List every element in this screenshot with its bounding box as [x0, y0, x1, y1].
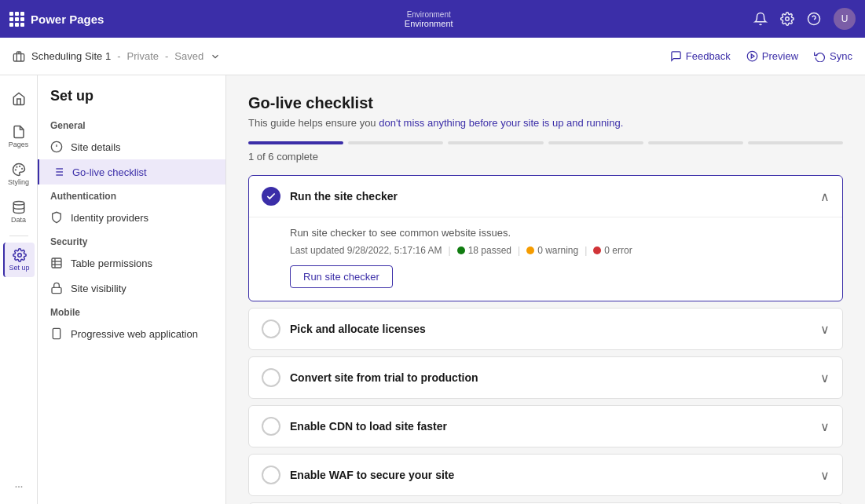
feedback-button[interactable]: Feedback — [670, 50, 731, 62]
checklist-item-pick-licenses-title: Pick and allocate licenses — [290, 323, 811, 335]
table-icon — [50, 257, 63, 269]
nav-item-table-permissions[interactable]: Table permissions — [38, 250, 225, 276]
page-title: Go-live checklist — [248, 94, 843, 112]
checklist-item-enable-waf-header[interactable]: Enable WAF to secure your site ∨ — [249, 455, 842, 495]
site-checker-passed: 18 passed — [457, 245, 511, 256]
site-info[interactable]: Scheduling Site 1 - Private - Saved — [13, 50, 221, 63]
checklist-item-convert-site-header[interactable]: Convert site from trial to production ∨ — [249, 357, 842, 398]
preview-button[interactable]: Preview — [746, 50, 798, 62]
second-bar-actions: Feedback Preview Sync — [670, 50, 852, 62]
checklist-item-enable-waf-icon — [262, 466, 280, 484]
nav-section-general: General — [38, 114, 225, 134]
chevron-up-icon: ∧ — [820, 189, 830, 204]
nav-item-progressive-web-app[interactable]: Progressive web application — [38, 321, 225, 346]
top-nav-right: U — [753, 8, 856, 30]
preview-icon — [746, 50, 758, 62]
checklist-item-enable-waf: Enable WAF to secure your site ∨ — [248, 454, 843, 496]
nav-sidebar-title: Set up — [38, 88, 225, 114]
checklist-item-site-checker-header[interactable]: Run the site checker ∧ — [249, 176, 842, 217]
page-subtitle: This guide helps ensure you don't miss a… — [248, 117, 843, 129]
mobile-icon — [50, 327, 63, 340]
setup-icon — [13, 248, 27, 262]
site-checker-meta: Last updated 9/28/2022, 5:17:16 AM | 18 … — [290, 245, 830, 256]
chevron-down-icon[interactable] — [210, 51, 221, 62]
shield-icon — [50, 211, 63, 224]
notification-button[interactable] — [753, 12, 768, 26]
nav-section-auth: Authentication — [38, 184, 225, 205]
environment-label: Environment — [407, 10, 451, 19]
run-site-checker-button[interactable]: Run site checker — [290, 265, 393, 288]
subtitle-link[interactable]: don't miss anything before your site is … — [379, 117, 623, 129]
checklist-item-site-checker-body: Run site checker to see common website i… — [249, 217, 842, 301]
chevron-down-icon-2: ∨ — [820, 322, 830, 337]
check-icon — [266, 191, 277, 202]
sidebar-item-pages[interactable]: Pages — [3, 119, 35, 154]
site-icon — [13, 50, 25, 63]
app-brand[interactable]: Power Pages — [9, 12, 104, 27]
checklist-item-enable-cdn-header[interactable]: Enable CDN to load site faster ∨ — [249, 406, 842, 447]
site-checker-error: 0 error — [593, 245, 632, 256]
question-icon — [807, 12, 821, 26]
checklist-item-site-checker-icon — [262, 187, 280, 206]
svg-rect-25 — [52, 287, 61, 293]
checklist-item-enable-waf-title: Enable WAF to secure your site — [290, 469, 811, 481]
nav-item-site-details-label: Site details — [71, 141, 121, 153]
checklist-item-enable-cdn-icon — [262, 417, 280, 436]
sync-button[interactable]: Sync — [814, 50, 852, 62]
svg-point-7 — [21, 169, 22, 170]
svg-point-10 — [13, 202, 24, 206]
checklist-item-convert-site: Convert site from trial to production ∨ — [248, 356, 843, 399]
site-checker-warning: 0 warning — [526, 245, 578, 256]
sidebar-more-button[interactable]: ··· — [3, 469, 35, 504]
preview-label: Preview — [762, 50, 798, 62]
avatar[interactable]: U — [834, 8, 856, 30]
nav-item-pwa-label: Progressive web application — [71, 328, 198, 340]
checklist-icon — [52, 166, 64, 178]
sidebar-item-home[interactable] — [3, 82, 35, 116]
help-button[interactable] — [807, 12, 821, 26]
nav-item-site-visibility-label: Site visibility — [71, 283, 126, 294]
brand-name: Power Pages — [31, 13, 104, 26]
site-status: Private — [127, 50, 159, 62]
more-icon: ··· — [14, 480, 22, 494]
warning-dot — [526, 247, 534, 254]
site-name: Scheduling Site 1 — [31, 50, 111, 62]
error-dot — [593, 247, 601, 254]
sidebar-item-setup[interactable]: Set up — [3, 243, 35, 277]
nav-section-security: Security — [38, 230, 225, 250]
progress-segment-6 — [748, 141, 843, 144]
checklist-item-site-checker-title: Run the site checker — [290, 190, 811, 203]
svg-point-4 — [747, 51, 757, 61]
progress-segment-5 — [648, 141, 743, 144]
checklist-item-pick-licenses-header[interactable]: Pick and allocate licenses ∨ — [249, 309, 842, 349]
checklist-item-convert-site-icon — [262, 368, 280, 387]
nav-item-site-visibility[interactable]: Site visibility — [38, 276, 225, 301]
top-navigation: Power Pages Environment Environment U — [0, 0, 865, 38]
sidebar-separator — [9, 236, 28, 236]
info-icon — [50, 141, 63, 153]
waffle-icon[interactable] — [9, 12, 24, 27]
svg-marker-5 — [751, 54, 754, 58]
checklist-item-enable-cdn: Enable CDN to load site faster ∨ — [248, 405, 843, 447]
nav-item-site-details[interactable]: Site details — [38, 134, 225, 159]
sidebar-item-data[interactable]: Data — [3, 195, 35, 229]
sync-icon — [814, 50, 826, 62]
feedback-label: Feedback — [686, 50, 731, 62]
gear-icon — [780, 12, 794, 26]
nav-item-identity-providers[interactable]: Identity providers — [38, 205, 225, 230]
nav-item-go-live-checklist[interactable]: Go-live checklist — [38, 159, 225, 184]
svg-point-9 — [15, 170, 16, 170]
home-icon — [12, 92, 26, 106]
svg-point-6 — [19, 166, 20, 167]
nav-sidebar: Set up General Site details Go-live chec… — [38, 75, 226, 504]
checklist-item-pick-licenses-icon — [262, 320, 280, 338]
svg-rect-21 — [52, 258, 61, 268]
settings-button[interactable] — [780, 12, 794, 26]
site-checker-last-updated: Last updated 9/28/2022, 5:17:16 AM — [290, 245, 442, 256]
sidebar-item-styling[interactable]: Styling — [3, 157, 35, 192]
second-bar: Scheduling Site 1 - Private - Saved Feed… — [0, 38, 865, 75]
site-saved: Saved — [174, 50, 203, 62]
environment-name: Environment — [405, 19, 453, 28]
nav-item-table-permissions-label: Table permissions — [71, 257, 152, 269]
icon-sidebar: Pages Styling Data Set up ··· — [0, 75, 38, 504]
